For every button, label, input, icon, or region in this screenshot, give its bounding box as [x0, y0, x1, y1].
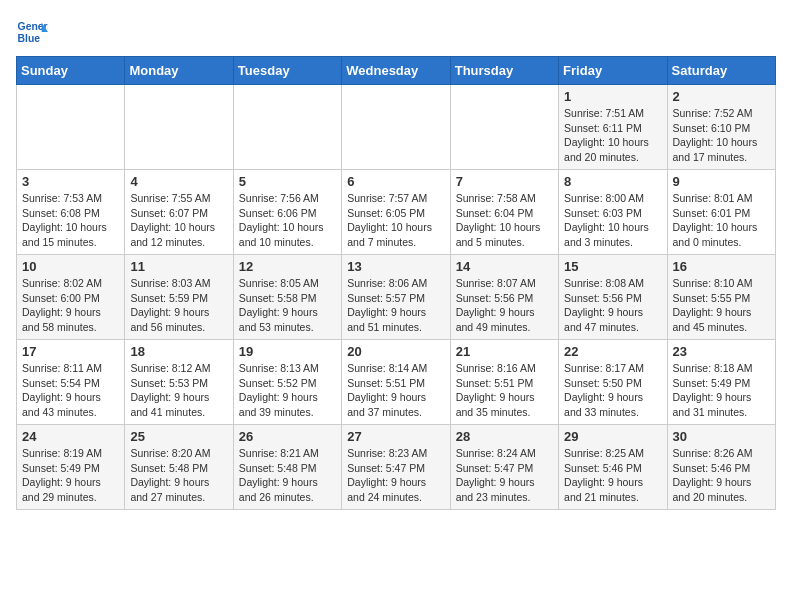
- day-number: 9: [673, 174, 770, 189]
- calendar-cell: 23Sunrise: 8:18 AM Sunset: 5:49 PM Dayli…: [667, 340, 775, 425]
- calendar-cell: 10Sunrise: 8:02 AM Sunset: 6:00 PM Dayli…: [17, 255, 125, 340]
- calendar-cell: 13Sunrise: 8:06 AM Sunset: 5:57 PM Dayli…: [342, 255, 450, 340]
- cell-info: Sunrise: 7:57 AM Sunset: 6:05 PM Dayligh…: [347, 191, 444, 250]
- cell-info: Sunrise: 8:14 AM Sunset: 5:51 PM Dayligh…: [347, 361, 444, 420]
- cell-info: Sunrise: 8:11 AM Sunset: 5:54 PM Dayligh…: [22, 361, 119, 420]
- day-number: 11: [130, 259, 227, 274]
- calendar-cell: 4Sunrise: 7:55 AM Sunset: 6:07 PM Daylig…: [125, 170, 233, 255]
- day-header-friday: Friday: [559, 57, 667, 85]
- calendar-cell: 22Sunrise: 8:17 AM Sunset: 5:50 PM Dayli…: [559, 340, 667, 425]
- logo-icon: General Blue: [16, 16, 48, 48]
- day-header-saturday: Saturday: [667, 57, 775, 85]
- cell-info: Sunrise: 8:20 AM Sunset: 5:48 PM Dayligh…: [130, 446, 227, 505]
- calendar-cell: 11Sunrise: 8:03 AM Sunset: 5:59 PM Dayli…: [125, 255, 233, 340]
- cell-info: Sunrise: 8:00 AM Sunset: 6:03 PM Dayligh…: [564, 191, 661, 250]
- calendar-week-row: 17Sunrise: 8:11 AM Sunset: 5:54 PM Dayli…: [17, 340, 776, 425]
- logo: General Blue: [16, 16, 52, 48]
- day-number: 14: [456, 259, 553, 274]
- calendar-cell: 18Sunrise: 8:12 AM Sunset: 5:53 PM Dayli…: [125, 340, 233, 425]
- calendar-week-row: 10Sunrise: 8:02 AM Sunset: 6:00 PM Dayli…: [17, 255, 776, 340]
- calendar-cell: 26Sunrise: 8:21 AM Sunset: 5:48 PM Dayli…: [233, 425, 341, 510]
- calendar-cell: 7Sunrise: 7:58 AM Sunset: 6:04 PM Daylig…: [450, 170, 558, 255]
- cell-info: Sunrise: 8:08 AM Sunset: 5:56 PM Dayligh…: [564, 276, 661, 335]
- cell-info: Sunrise: 8:02 AM Sunset: 6:00 PM Dayligh…: [22, 276, 119, 335]
- cell-info: Sunrise: 8:12 AM Sunset: 5:53 PM Dayligh…: [130, 361, 227, 420]
- calendar-week-row: 3Sunrise: 7:53 AM Sunset: 6:08 PM Daylig…: [17, 170, 776, 255]
- cell-info: Sunrise: 8:25 AM Sunset: 5:46 PM Dayligh…: [564, 446, 661, 505]
- calendar-header-row: SundayMondayTuesdayWednesdayThursdayFrid…: [17, 57, 776, 85]
- cell-info: Sunrise: 7:55 AM Sunset: 6:07 PM Dayligh…: [130, 191, 227, 250]
- day-number: 28: [456, 429, 553, 444]
- cell-info: Sunrise: 8:06 AM Sunset: 5:57 PM Dayligh…: [347, 276, 444, 335]
- day-number: 27: [347, 429, 444, 444]
- calendar-cell: 16Sunrise: 8:10 AM Sunset: 5:55 PM Dayli…: [667, 255, 775, 340]
- calendar-cell: 19Sunrise: 8:13 AM Sunset: 5:52 PM Dayli…: [233, 340, 341, 425]
- day-number: 2: [673, 89, 770, 104]
- day-number: 21: [456, 344, 553, 359]
- calendar-cell: 27Sunrise: 8:23 AM Sunset: 5:47 PM Dayli…: [342, 425, 450, 510]
- day-number: 29: [564, 429, 661, 444]
- day-number: 23: [673, 344, 770, 359]
- day-number: 15: [564, 259, 661, 274]
- calendar-cell: 15Sunrise: 8:08 AM Sunset: 5:56 PM Dayli…: [559, 255, 667, 340]
- cell-info: Sunrise: 7:56 AM Sunset: 6:06 PM Dayligh…: [239, 191, 336, 250]
- day-header-tuesday: Tuesday: [233, 57, 341, 85]
- calendar-cell: 5Sunrise: 7:56 AM Sunset: 6:06 PM Daylig…: [233, 170, 341, 255]
- cell-info: Sunrise: 8:07 AM Sunset: 5:56 PM Dayligh…: [456, 276, 553, 335]
- calendar-cell: 29Sunrise: 8:25 AM Sunset: 5:46 PM Dayli…: [559, 425, 667, 510]
- calendar-cell: 3Sunrise: 7:53 AM Sunset: 6:08 PM Daylig…: [17, 170, 125, 255]
- calendar-cell: 21Sunrise: 8:16 AM Sunset: 5:51 PM Dayli…: [450, 340, 558, 425]
- cell-info: Sunrise: 8:01 AM Sunset: 6:01 PM Dayligh…: [673, 191, 770, 250]
- day-number: 7: [456, 174, 553, 189]
- page-header: General Blue: [16, 16, 776, 48]
- calendar-cell: [233, 85, 341, 170]
- calendar-table: SundayMondayTuesdayWednesdayThursdayFrid…: [16, 56, 776, 510]
- day-number: 13: [347, 259, 444, 274]
- cell-info: Sunrise: 8:23 AM Sunset: 5:47 PM Dayligh…: [347, 446, 444, 505]
- cell-info: Sunrise: 8:26 AM Sunset: 5:46 PM Dayligh…: [673, 446, 770, 505]
- day-number: 18: [130, 344, 227, 359]
- calendar-cell: [342, 85, 450, 170]
- day-header-wednesday: Wednesday: [342, 57, 450, 85]
- day-header-sunday: Sunday: [17, 57, 125, 85]
- calendar-cell: [450, 85, 558, 170]
- day-header-monday: Monday: [125, 57, 233, 85]
- calendar-cell: 1Sunrise: 7:51 AM Sunset: 6:11 PM Daylig…: [559, 85, 667, 170]
- cell-info: Sunrise: 7:53 AM Sunset: 6:08 PM Dayligh…: [22, 191, 119, 250]
- calendar-cell: 24Sunrise: 8:19 AM Sunset: 5:49 PM Dayli…: [17, 425, 125, 510]
- day-number: 12: [239, 259, 336, 274]
- day-header-thursday: Thursday: [450, 57, 558, 85]
- calendar-cell: 17Sunrise: 8:11 AM Sunset: 5:54 PM Dayli…: [17, 340, 125, 425]
- calendar-cell: [125, 85, 233, 170]
- day-number: 3: [22, 174, 119, 189]
- calendar-cell: 14Sunrise: 8:07 AM Sunset: 5:56 PM Dayli…: [450, 255, 558, 340]
- day-number: 8: [564, 174, 661, 189]
- calendar-cell: 9Sunrise: 8:01 AM Sunset: 6:01 PM Daylig…: [667, 170, 775, 255]
- cell-info: Sunrise: 7:58 AM Sunset: 6:04 PM Dayligh…: [456, 191, 553, 250]
- calendar-cell: 2Sunrise: 7:52 AM Sunset: 6:10 PM Daylig…: [667, 85, 775, 170]
- cell-info: Sunrise: 8:21 AM Sunset: 5:48 PM Dayligh…: [239, 446, 336, 505]
- cell-info: Sunrise: 8:17 AM Sunset: 5:50 PM Dayligh…: [564, 361, 661, 420]
- cell-info: Sunrise: 7:52 AM Sunset: 6:10 PM Dayligh…: [673, 106, 770, 165]
- calendar-cell: [17, 85, 125, 170]
- cell-info: Sunrise: 8:03 AM Sunset: 5:59 PM Dayligh…: [130, 276, 227, 335]
- calendar-week-row: 1Sunrise: 7:51 AM Sunset: 6:11 PM Daylig…: [17, 85, 776, 170]
- cell-info: Sunrise: 8:19 AM Sunset: 5:49 PM Dayligh…: [22, 446, 119, 505]
- day-number: 19: [239, 344, 336, 359]
- day-number: 17: [22, 344, 119, 359]
- calendar-cell: 12Sunrise: 8:05 AM Sunset: 5:58 PM Dayli…: [233, 255, 341, 340]
- calendar-cell: 28Sunrise: 8:24 AM Sunset: 5:47 PM Dayli…: [450, 425, 558, 510]
- day-number: 30: [673, 429, 770, 444]
- calendar-cell: 20Sunrise: 8:14 AM Sunset: 5:51 PM Dayli…: [342, 340, 450, 425]
- day-number: 6: [347, 174, 444, 189]
- cell-info: Sunrise: 8:13 AM Sunset: 5:52 PM Dayligh…: [239, 361, 336, 420]
- calendar-cell: 8Sunrise: 8:00 AM Sunset: 6:03 PM Daylig…: [559, 170, 667, 255]
- day-number: 10: [22, 259, 119, 274]
- day-number: 26: [239, 429, 336, 444]
- calendar-cell: 30Sunrise: 8:26 AM Sunset: 5:46 PM Dayli…: [667, 425, 775, 510]
- day-number: 4: [130, 174, 227, 189]
- calendar-cell: 6Sunrise: 7:57 AM Sunset: 6:05 PM Daylig…: [342, 170, 450, 255]
- calendar-cell: 25Sunrise: 8:20 AM Sunset: 5:48 PM Dayli…: [125, 425, 233, 510]
- cell-info: Sunrise: 8:05 AM Sunset: 5:58 PM Dayligh…: [239, 276, 336, 335]
- cell-info: Sunrise: 7:51 AM Sunset: 6:11 PM Dayligh…: [564, 106, 661, 165]
